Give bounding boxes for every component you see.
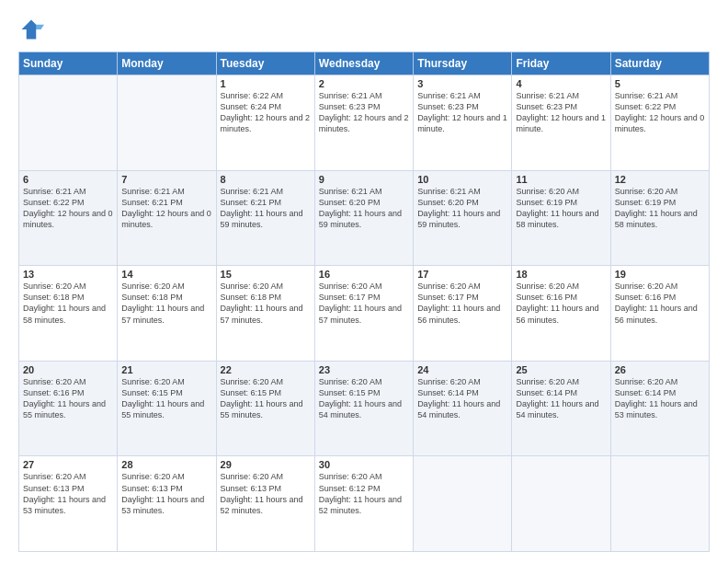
day-number: 12 (615, 174, 705, 185)
calendar-day-cell: 30Sunrise: 6:20 AM Sunset: 6:12 PM Dayli… (314, 456, 413, 552)
day-number: 5 (615, 78, 705, 89)
calendar-day-cell: 6Sunrise: 6:21 AM Sunset: 6:22 PM Daylig… (19, 170, 118, 266)
calendar-day-cell: 17Sunrise: 6:20 AM Sunset: 6:17 PM Dayli… (414, 266, 512, 362)
day-info: Sunrise: 6:21 AM Sunset: 6:23 PM Dayligh… (319, 90, 409, 135)
day-number: 9 (319, 174, 409, 185)
calendar-day-cell: 12Sunrise: 6:20 AM Sunset: 6:19 PM Dayli… (610, 170, 709, 266)
calendar-day-header: Tuesday (216, 52, 314, 75)
calendar-day-cell: 18Sunrise: 6:20 AM Sunset: 6:16 PM Dayli… (512, 266, 610, 362)
day-info: Sunrise: 6:20 AM Sunset: 6:16 PM Dayligh… (615, 281, 705, 326)
calendar-day-cell: 29Sunrise: 6:20 AM Sunset: 6:13 PM Dayli… (216, 456, 314, 552)
day-number: 8 (221, 174, 311, 185)
calendar-day-cell: 20Sunrise: 6:20 AM Sunset: 6:16 PM Dayli… (19, 361, 118, 456)
day-info: Sunrise: 6:20 AM Sunset: 6:14 PM Dayligh… (615, 376, 705, 421)
page: SundayMondayTuesdayWednesdayThursdayFrid… (0, 0, 728, 563)
calendar-day-cell: 4Sunrise: 6:21 AM Sunset: 6:23 PM Daylig… (512, 75, 610, 171)
day-number: 6 (23, 174, 113, 185)
day-number: 16 (319, 269, 409, 280)
day-info: Sunrise: 6:21 AM Sunset: 6:22 PM Dayligh… (615, 90, 705, 135)
day-info: Sunrise: 6:20 AM Sunset: 6:12 PM Dayligh… (319, 471, 409, 516)
day-number: 15 (221, 269, 311, 280)
day-number: 21 (121, 364, 211, 375)
calendar-day-cell: 2Sunrise: 6:21 AM Sunset: 6:23 PM Daylig… (314, 75, 413, 171)
day-info: Sunrise: 6:20 AM Sunset: 6:19 PM Dayligh… (516, 186, 606, 231)
day-number: 3 (417, 78, 507, 89)
day-number: 20 (23, 364, 113, 375)
calendar-day-cell: 9Sunrise: 6:21 AM Sunset: 6:20 PM Daylig… (314, 170, 413, 266)
day-info: Sunrise: 6:20 AM Sunset: 6:14 PM Dayligh… (516, 376, 606, 421)
calendar-day-header: Thursday (414, 52, 512, 75)
day-number: 26 (615, 364, 705, 375)
calendar-day-cell: 10Sunrise: 6:21 AM Sunset: 6:20 PM Dayli… (414, 170, 512, 266)
day-info: Sunrise: 6:20 AM Sunset: 6:13 PM Dayligh… (121, 471, 211, 516)
calendar-day-cell (118, 75, 216, 171)
day-info: Sunrise: 6:21 AM Sunset: 6:23 PM Dayligh… (417, 90, 507, 135)
day-number: 2 (319, 78, 409, 89)
calendar-day-cell: 8Sunrise: 6:21 AM Sunset: 6:21 PM Daylig… (216, 170, 314, 266)
calendar-day-cell: 19Sunrise: 6:20 AM Sunset: 6:16 PM Dayli… (610, 266, 709, 362)
day-number: 30 (319, 459, 409, 470)
day-info: Sunrise: 6:20 AM Sunset: 6:15 PM Dayligh… (121, 376, 211, 421)
day-info: Sunrise: 6:20 AM Sunset: 6:13 PM Dayligh… (221, 471, 311, 516)
calendar-day-cell (19, 75, 118, 171)
day-info: Sunrise: 6:20 AM Sunset: 6:17 PM Dayligh… (417, 281, 507, 326)
day-number: 24 (417, 364, 507, 375)
day-info: Sunrise: 6:20 AM Sunset: 6:18 PM Dayligh… (221, 281, 311, 326)
day-info: Sunrise: 6:20 AM Sunset: 6:18 PM Dayligh… (23, 281, 113, 326)
calendar-day-cell: 27Sunrise: 6:20 AM Sunset: 6:13 PM Dayli… (19, 456, 118, 552)
day-number: 23 (319, 364, 409, 375)
calendar-day-cell: 25Sunrise: 6:20 AM Sunset: 6:14 PM Dayli… (512, 361, 610, 456)
day-number: 10 (417, 174, 507, 185)
calendar-day-cell: 22Sunrise: 6:20 AM Sunset: 6:15 PM Dayli… (216, 361, 314, 456)
day-info: Sunrise: 6:20 AM Sunset: 6:15 PM Dayligh… (319, 376, 409, 421)
calendar-day-cell: 23Sunrise: 6:20 AM Sunset: 6:15 PM Dayli… (314, 361, 413, 456)
logo-icon (18, 17, 44, 42)
day-info: Sunrise: 6:20 AM Sunset: 6:19 PM Dayligh… (615, 186, 705, 231)
calendar-day-cell: 26Sunrise: 6:20 AM Sunset: 6:14 PM Dayli… (610, 361, 709, 456)
day-info: Sunrise: 6:21 AM Sunset: 6:22 PM Dayligh… (23, 186, 113, 231)
calendar-day-cell (610, 456, 709, 552)
calendar-header-row: SundayMondayTuesdayWednesdayThursdayFrid… (19, 52, 710, 75)
day-info: Sunrise: 6:20 AM Sunset: 6:18 PM Dayligh… (121, 281, 211, 326)
day-info: Sunrise: 6:21 AM Sunset: 6:21 PM Dayligh… (221, 186, 311, 231)
day-info: Sunrise: 6:21 AM Sunset: 6:21 PM Dayligh… (121, 186, 211, 231)
header (18, 17, 710, 42)
day-number: 22 (221, 364, 311, 375)
day-number: 28 (121, 459, 211, 470)
day-number: 27 (23, 459, 113, 470)
calendar-week-row: 1Sunrise: 6:22 AM Sunset: 6:24 PM Daylig… (19, 75, 710, 171)
day-number: 4 (516, 78, 606, 89)
logo (18, 17, 48, 42)
calendar-day-cell: 13Sunrise: 6:20 AM Sunset: 6:18 PM Dayli… (19, 266, 118, 362)
day-number: 1 (221, 78, 311, 89)
day-number: 7 (121, 174, 211, 185)
day-info: Sunrise: 6:20 AM Sunset: 6:16 PM Dayligh… (23, 376, 113, 421)
day-info: Sunrise: 6:21 AM Sunset: 6:20 PM Dayligh… (417, 186, 507, 231)
calendar-day-header: Friday (512, 52, 610, 75)
calendar-day-cell (512, 456, 610, 552)
day-number: 25 (516, 364, 606, 375)
calendar-day-cell: 5Sunrise: 6:21 AM Sunset: 6:22 PM Daylig… (610, 75, 709, 171)
calendar-day-cell: 14Sunrise: 6:20 AM Sunset: 6:18 PM Dayli… (118, 266, 216, 362)
svg-marker-1 (36, 25, 44, 29)
calendar-day-cell: 21Sunrise: 6:20 AM Sunset: 6:15 PM Dayli… (118, 361, 216, 456)
calendar-day-cell: 11Sunrise: 6:20 AM Sunset: 6:19 PM Dayli… (512, 170, 610, 266)
calendar-day-header: Wednesday (314, 52, 413, 75)
calendar-day-header: Saturday (610, 52, 709, 75)
calendar-day-cell: 16Sunrise: 6:20 AM Sunset: 6:17 PM Dayli… (314, 266, 413, 362)
calendar-day-cell: 3Sunrise: 6:21 AM Sunset: 6:23 PM Daylig… (414, 75, 512, 171)
calendar-week-row: 27Sunrise: 6:20 AM Sunset: 6:13 PM Dayli… (19, 456, 710, 552)
calendar-week-row: 6Sunrise: 6:21 AM Sunset: 6:22 PM Daylig… (19, 170, 710, 266)
day-info: Sunrise: 6:21 AM Sunset: 6:23 PM Dayligh… (516, 90, 606, 135)
calendar-table: SundayMondayTuesdayWednesdayThursdayFrid… (18, 52, 710, 552)
calendar-day-cell (414, 456, 512, 552)
day-info: Sunrise: 6:21 AM Sunset: 6:20 PM Dayligh… (319, 186, 409, 231)
day-info: Sunrise: 6:20 AM Sunset: 6:17 PM Dayligh… (319, 281, 409, 326)
calendar-week-row: 20Sunrise: 6:20 AM Sunset: 6:16 PM Dayli… (19, 361, 710, 456)
day-number: 14 (121, 269, 211, 280)
calendar-day-header: Sunday (19, 52, 118, 75)
day-info: Sunrise: 6:20 AM Sunset: 6:16 PM Dayligh… (516, 281, 606, 326)
calendar-day-cell: 1Sunrise: 6:22 AM Sunset: 6:24 PM Daylig… (216, 75, 314, 171)
calendar-day-cell: 15Sunrise: 6:20 AM Sunset: 6:18 PM Dayli… (216, 266, 314, 362)
calendar-day-cell: 24Sunrise: 6:20 AM Sunset: 6:14 PM Dayli… (414, 361, 512, 456)
